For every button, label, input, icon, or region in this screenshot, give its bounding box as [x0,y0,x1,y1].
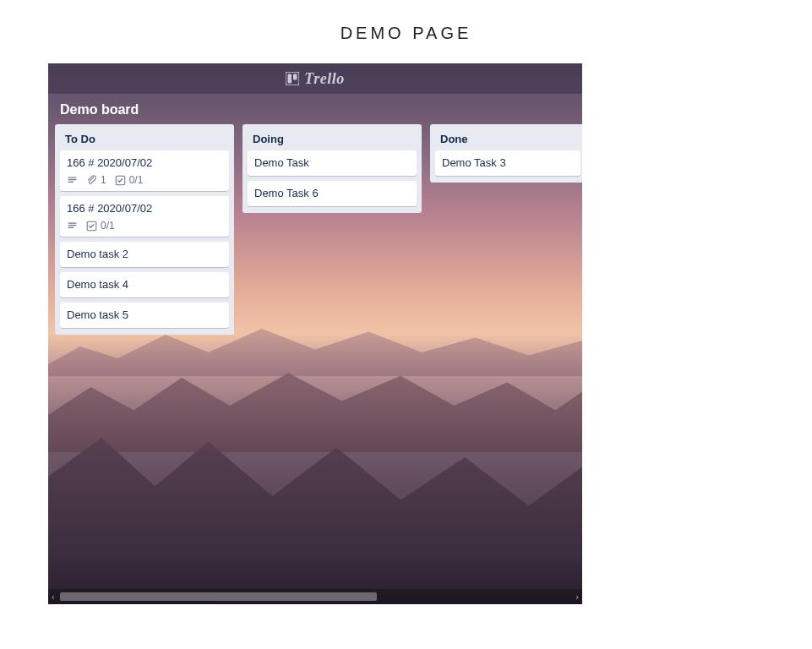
card-badges: 1 0/1 [67,174,222,186]
scrollbar-thumb[interactable] [60,592,377,601]
svg-rect-2 [293,74,297,80]
card[interactable]: Demo Task 6 [248,181,417,206]
trello-board-icon [286,72,299,85]
card-title: 166 # 2020/07/02 [67,201,222,216]
scrollbar-track[interactable] [60,592,571,601]
board-lists: To Do 166 # 2020/07/02 1 0/1 166 # 2020/… [48,124,582,335]
list-title[interactable]: To Do [60,129,229,150]
page-title: DEMO PAGE [0,0,812,63]
checklist-icon [115,175,126,186]
checklist-badge: 0/1 [86,220,115,232]
card[interactable]: Demo task 5 [60,303,229,328]
svg-rect-1 [288,74,292,84]
card-title: Demo task 5 [67,308,222,323]
trello-board-embed: Trello Demo board To Do 166 # 2020/07/02… [48,63,582,604]
scroll-right-arrow-icon[interactable]: › [575,592,579,602]
list-title[interactable]: Done [435,129,580,150]
scroll-left-arrow-icon[interactable]: ‹ [52,592,55,602]
svg-rect-0 [286,72,299,85]
list-title[interactable]: Doing [248,129,417,150]
checklist-badge: 0/1 [115,174,144,186]
card-title: Demo Task 3 [442,155,574,171]
description-icon [67,221,78,232]
card[interactable]: Demo task 2 [60,242,229,267]
attachments-badge: 1 [86,174,106,186]
card[interactable]: Demo Task 3 [435,150,580,176]
card-title: Demo task 2 [67,247,222,262]
card-title: Demo task 4 [67,277,222,292]
card[interactable]: 166 # 2020/07/02 1 0/1 [60,150,229,191]
trello-logo-text: Trello [304,70,344,88]
card[interactable]: Demo Task [248,150,417,176]
list-todo[interactable]: To Do 166 # 2020/07/02 1 0/1 166 # 2020/… [55,124,234,335]
horizontal-scrollbar[interactable]: ‹ › [48,589,582,604]
card-title: 166 # 2020/07/02 [67,155,222,171]
board-header: Demo board [48,94,582,124]
card[interactable]: Demo task 4 [60,272,229,297]
trello-logo[interactable]: Trello [286,70,344,88]
list-doing[interactable]: Doing Demo Task Demo Task 6 [243,124,422,213]
list-done[interactable]: Done Demo Task 3 [430,124,582,183]
checklist-icon [86,221,97,232]
card-title: Demo Task 6 [254,186,410,201]
trello-topbar: Trello [48,63,582,94]
card-title: Demo Task [254,155,410,171]
board-name[interactable]: Demo board [60,102,570,117]
paperclip-icon [86,175,97,186]
description-icon [67,175,78,186]
card[interactable]: 166 # 2020/07/02 0/1 [60,196,229,237]
card-badges: 0/1 [67,220,222,232]
